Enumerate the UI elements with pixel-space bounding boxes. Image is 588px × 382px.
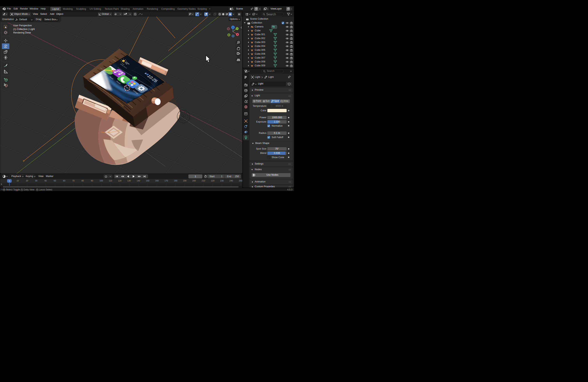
svg-text:X: X	[237, 33, 238, 36]
svg-text:Z: Z	[232, 26, 234, 29]
svg-text:Options: Options	[230, 18, 238, 21]
svg-text:Y: Y	[236, 27, 238, 30]
